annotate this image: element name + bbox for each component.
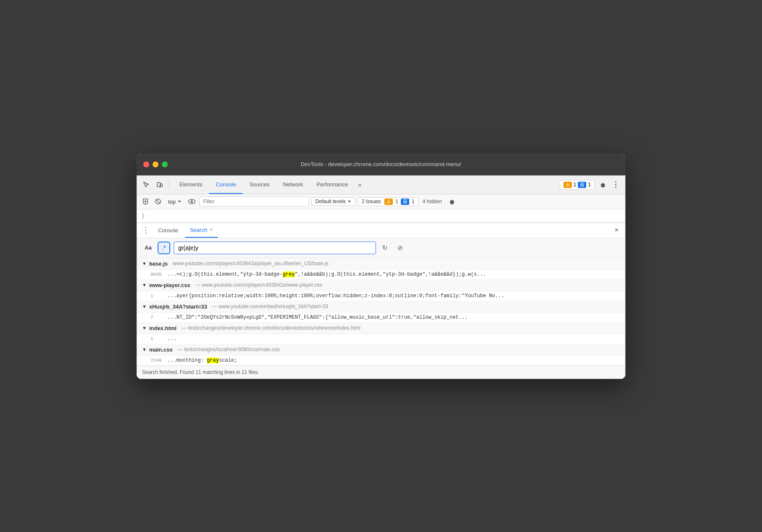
result-line[interactable]: 8635 ...=c);g.O(this.element,"ytp-3d-bad… [137,270,625,279]
tab-list: Elements Console Sources Network Perform… [173,176,558,194]
bottom-panel: ⋮ Console Search × × Aa .* [137,223,625,379]
result-file-header[interactable]: ▼ base.js www.youtube.com/s/player/c4038… [137,258,625,270]
panel-tab-search[interactable]: Search × [185,223,218,238]
devtools-window: DevTools - developer.chrome.com/docs/dev… [137,153,625,379]
regex-icon: .* [162,245,166,251]
svg-point-11 [191,201,193,203]
result-line[interactable]: 7 ...NT_ID":"2OeQYs2rNcSnW8yxpLgD","EXPE… [137,313,625,322]
top-label: top [168,199,176,205]
minimize-traffic-light[interactable] [153,161,158,167]
window-title: DevTools - developer.chrome.com/docs/dev… [301,161,461,167]
tab-sources[interactable]: Sources [243,176,276,194]
info-badge-icon: ☰ [578,182,586,188]
issues-bar[interactable]: 2 Issues: ⚠ 1 ☰ 1 [358,197,418,206]
panel-dots-icon[interactable]: ⋮ [140,226,151,235]
settings-icon[interactable] [596,179,608,191]
result-filename: base.js [149,261,168,267]
tab-network[interactable]: Network [276,176,310,194]
top-selector[interactable]: top [166,198,184,206]
result-file-header[interactable]: ▼ www-player.css — www.youtube.com/s/pla… [137,279,625,291]
line-number: 8635 [150,272,167,277]
tab-performance[interactable]: Performance [310,176,354,194]
collapse-arrow-icon: ▼ [142,261,147,266]
more-options-icon[interactable] [610,179,622,191]
regex-button[interactable]: .* [158,242,170,254]
device-icon[interactable] [154,179,166,191]
maximize-traffic-light[interactable] [162,161,168,167]
cancel-search-button[interactable]: ⊘ [394,242,406,254]
refresh-button[interactable]: ↻ [379,242,391,254]
issues-badge[interactable]: ⚠ 1 ☰ 1 [560,180,595,190]
result-line[interactable]: 1 ... [137,334,625,344]
svg-line-9 [156,199,160,204]
line-content: ...moothing: grayscale; [167,357,237,363]
result-filename: xHusjrb_34A?start=33 [149,304,207,310]
result-file-url: www.youtube.com/s/player/c403842a/player… [173,261,329,266]
traffic-lights [143,161,168,167]
search-input[interactable] [174,242,376,254]
clear-console-icon[interactable] [140,196,150,207]
result-filename: index.html [149,325,177,331]
collapse-arrow-icon: ▼ [142,325,147,330]
panel-close-button[interactable]: × [612,225,622,235]
collapse-arrow-icon: ▼ [142,304,147,309]
issues-label: 2 Issues: [362,199,382,204]
tab-console[interactable]: Console [209,176,243,194]
svg-point-2 [615,182,617,183]
svg-rect-0 [157,183,160,187]
line-number: 7249 [150,358,167,363]
toolbar-right: ⚠ 1 ☰ 1 [560,179,622,191]
bottom-panel-header: ⋮ Console Search × × [137,223,625,238]
close-traffic-light[interactable] [143,161,149,167]
result-line[interactable]: 1 ...ayer{position:relative;width:100%;h… [137,291,625,301]
issues-warn-count: 1 [395,199,398,204]
tab-more[interactable]: » [355,176,365,194]
titlebar: DevTools - developer.chrome.com/docs/dev… [137,153,625,175]
line-number: 1 [150,336,167,341]
tab-elements[interactable]: Elements [173,176,209,194]
line-content: ...NT_ID":"2OeQYs2rNcSnW8yxpLgD","EXPERI… [167,314,468,320]
collapse-arrow-icon: ▼ [142,347,147,352]
issues-warn-icon: ⚠ [384,199,393,205]
collapse-arrow-icon: ▼ [142,282,147,287]
line-number: 1 [150,293,167,298]
filter-input[interactable] [199,196,309,207]
hidden-count-label: 4 hidden [421,198,444,205]
result-file-header[interactable]: ▼ index.html — tests/changes/developer.c… [137,322,625,334]
result-file-url: — www.youtube.com/embed/xHusjrb_34A?star… [212,304,328,309]
warn-count: 1 [574,182,577,188]
console-settings-icon[interactable] [446,196,456,207]
warn-badge-icon: ⚠ [563,182,572,188]
search-results: ▼ base.js www.youtube.com/s/player/c4038… [137,258,625,379]
result-file-header[interactable]: ▼ main.css — tests/changes/localhost:808… [137,344,625,356]
issues-info-icon: ☰ [401,199,409,205]
top-toolbar: Elements Console Sources Network Perform… [137,176,625,194]
result-filename: main.css [149,347,173,353]
line-content: ...=c);g.O(this.element,"ytp-3d-badge-gr… [167,271,486,277]
result-file-url: — tests/changes/developer.chrome.com/doc… [182,325,360,331]
result-filename: www-player.css [149,282,190,288]
inspect-icon[interactable] [140,179,152,191]
separator-1 [169,180,169,190]
result-line[interactable]: 7249 ...moothing: grayscale; [137,356,625,365]
console-toolbar: top Default levels 2 Issues: ⚠ 1 ☰ 1 [137,194,625,210]
result-file-url: — www.youtube.com/s/player/c403842a/www-… [195,282,322,288]
svg-point-4 [615,187,617,188]
svg-point-3 [615,184,617,185]
devtools-body: Elements Console Sources Network Perform… [137,175,625,379]
svg-rect-1 [161,184,162,187]
info-count: 1 [588,182,591,188]
console-arrow-row: 〉 [137,210,625,223]
default-levels-dropdown[interactable]: Default levels [311,197,355,206]
line-content: ... [167,336,177,342]
expand-arrow-icon[interactable]: 〉 [142,212,144,219]
result-file-header[interactable]: ▼ xHusjrb_34A?start=33 — www.youtube.com… [137,301,625,313]
line-content: ...ayer{position:relative;width:100%;hei… [167,293,504,299]
panel-tab-console[interactable]: Console [153,223,183,238]
block-icon[interactable] [153,196,163,207]
default-levels-label: Default levels [315,199,346,204]
case-sensitive-button[interactable]: Aa [142,244,154,252]
search-bar: Aa .* ↻ ⊘ [137,238,625,258]
search-tab-close-icon[interactable]: × [210,227,213,233]
eye-icon[interactable] [187,196,197,207]
